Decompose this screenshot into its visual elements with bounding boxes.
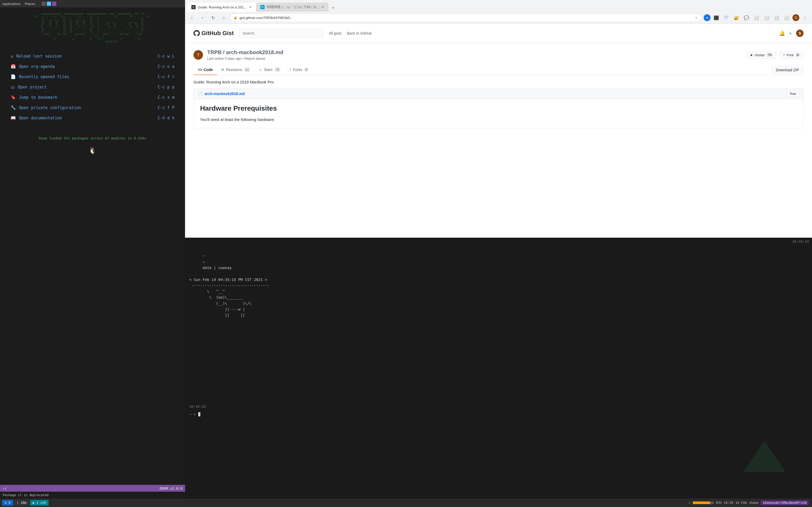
extension-5[interactable]: ⬜: [752, 13, 761, 22]
menu-project-shortcut: C-c p p: [158, 85, 174, 90]
applications-menu[interactable]: Applications: [2, 2, 20, 6]
gist-username[interactable]: TRPB: [207, 49, 221, 55]
unstar-label: Unstar: [755, 53, 765, 57]
fork-button[interactable]: ⑂ Fork 9: [779, 52, 804, 59]
tab-bilibili[interactable]: B 哔哩哔哩 (・`ω´・)つロ 千杯~::b... ✕: [256, 3, 328, 12]
menu-reload-shortcut: C-c w L: [158, 54, 174, 59]
menu-project-label: Open project: [18, 85, 158, 90]
emacs-mascot: 🐧: [0, 146, 185, 155]
stars-icon: ☆: [259, 68, 262, 72]
gist-filename-title[interactable]: arch-macbook2018.md: [226, 49, 283, 55]
content-heading: Hardware Prerequisites: [200, 104, 797, 112]
revisions-icon: ⟳: [221, 68, 224, 72]
gist-header-right: 🔔 ＋ S: [779, 30, 804, 37]
extension-1[interactable]: ⬛: [712, 13, 720, 22]
folder-icon: 🗂: [11, 84, 15, 90]
terminal-prompt-line: ~ > date | cowsay: [189, 247, 808, 277]
bell-icon[interactable]: 🔔: [779, 31, 785, 36]
raw-button[interactable]: Raw: [787, 91, 799, 97]
star-icon[interactable]: ☆: [695, 16, 698, 20]
revisions-count: 11: [244, 67, 250, 72]
tab-code[interactable]: <> Code: [194, 65, 217, 75]
browser-tabs: G Guide: Running Arch on a 201... ✕ B 哔哩…: [185, 0, 812, 12]
taskbar-item-2[interactable]: ↑ 10m: [14, 500, 29, 506]
tab-github-gist[interactable]: G Guide: Running Arch on a 201... ✕: [187, 3, 256, 12]
unstar-button[interactable]: ★ Unstar 74: [747, 52, 776, 59]
gist-file-header: 📄 arch-macbook2018.md Raw: [194, 89, 804, 99]
fork-icon: ⑂: [783, 53, 785, 57]
tab-close-2[interactable]: ✕: [321, 5, 324, 9]
tab-forks-label: Forks: [293, 68, 302, 72]
extension-8[interactable]: ⬜: [782, 13, 791, 22]
gist-user-avatar[interactable]: T: [194, 50, 203, 60]
terminal-arrow-2: >: [194, 412, 198, 416]
taskbar-icon-3[interactable]: [52, 2, 56, 6]
taskbar-icon-1[interactable]: [42, 2, 46, 6]
terminal-command: date | cowsay: [203, 266, 232, 270]
address-bar[interactable]: 🔒 gist.github.com/TRPB/437f663b5... ☆: [230, 13, 702, 22]
fork-label: Fork: [786, 53, 794, 57]
download-zip-button[interactable]: Download ZIP: [771, 66, 804, 74]
extensions-button[interactable]: ●: [704, 14, 711, 21]
gist-subtitle: Last active 3 days ago • Report abuse: [207, 57, 283, 60]
gist-description: Guide: Running Arch on a 2018 MacBook Pr…: [194, 80, 804, 84]
menu-org-agenda[interactable]: 📅 Open org-agenda C-c n a: [11, 64, 174, 69]
menu-recent-files[interactable]: 📄 Recently opened files C-c f r: [11, 74, 174, 79]
extension-3[interactable]: 🔐: [732, 13, 741, 22]
places-menu[interactable]: Places: [25, 2, 35, 6]
menu-project[interactable]: 🗂 Open project C-c p p: [11, 84, 174, 90]
taskbar-item-3[interactable]: ▶ 1 zsh: [30, 500, 49, 506]
tab-forks[interactable]: ⑂ Forks 9: [285, 65, 313, 75]
progress-bar-fill: [693, 501, 710, 504]
terminal-output-7: || ||: [189, 312, 808, 318]
tab-close-1[interactable]: ✕: [249, 5, 252, 9]
tab-revisions-label: Revisions: [226, 68, 242, 72]
back-button[interactable]: ‹: [188, 13, 196, 22]
terminal-body[interactable]: ~ > date | cowsay < Sun Feb 14 04:35:15 …: [185, 245, 812, 320]
menu-button[interactable]: ⋮: [801, 13, 809, 22]
tab-revisions[interactable]: ⟳ Revisions 11: [217, 65, 255, 75]
extension-6[interactable]: ⬜: [762, 13, 771, 22]
extension-7[interactable]: ⬜: [772, 13, 781, 22]
gist-logo-text: GitHub Gist: [201, 30, 234, 37]
menu-bookmark[interactable]: 🔖 Jump to bookmark C-c s m: [11, 95, 174, 100]
reload-icon: ↺: [11, 54, 13, 59]
user-avatar-browser[interactable]: S: [793, 14, 799, 21]
menu-bookmark-label: Jump to bookmark: [19, 95, 158, 100]
emacs-menu: ↺ Reload last session C-c w L 📅 Open org…: [0, 48, 185, 131]
all-gists-link[interactable]: All gists: [329, 31, 342, 36]
taskbar-item-1[interactable]: ⊕ 0: [2, 500, 13, 506]
gist-search-input[interactable]: [239, 29, 323, 38]
menu-reload[interactable]: ↺ Reload last session C-c w L: [11, 54, 174, 59]
home-button[interactable]: ⌂: [219, 13, 228, 22]
forward-button[interactable]: ›: [198, 13, 207, 22]
emacs-deprecation-notice: Package cl is deprecated: [0, 492, 185, 499]
gist-file-name[interactable]: arch-macbook2018.md: [205, 92, 245, 96]
new-tab-button[interactable]: +: [329, 4, 337, 12]
unstar-count: 74: [766, 53, 773, 57]
document-icon: 📄: [11, 74, 16, 79]
menu-config-shortcut: C-c f P: [158, 105, 174, 110]
terminal-output-6: ||----w |: [189, 306, 808, 312]
taskbar-time: 16:35: [724, 501, 733, 505]
reload-button[interactable]: ↻: [209, 13, 217, 22]
github-gist-logo[interactable]: GitHub Gist: [194, 30, 234, 37]
user-avatar-gist[interactable]: S: [796, 30, 804, 37]
menu-docs[interactable]: 📖 Open documentation C-h d h: [11, 115, 174, 120]
back-to-github-link[interactable]: Back to GitHub: [347, 31, 372, 36]
tab-favicon-1: G: [191, 5, 196, 9]
menu-recent-files-shortcut: C-c f r: [158, 74, 174, 79]
terminal-cursor-line: ~ >: [189, 412, 200, 417]
star-icon-action: ★: [750, 53, 753, 57]
plus-icon[interactable]: ＋: [788, 30, 793, 37]
calendar-icon: 📅: [11, 64, 16, 69]
menu-config[interactable]: 🔧 Open private configuration C-c f P: [11, 105, 174, 110]
tab-stars[interactable]: ☆ Stars 74: [255, 65, 285, 75]
gist-nav: All gists Back to GitHub: [329, 31, 372, 36]
extension-4[interactable]: 💬: [742, 13, 751, 22]
gist-slash: /: [223, 49, 226, 55]
extension-2[interactable]: 🛡: [722, 13, 730, 22]
taskbar-date: 14 Feb: [735, 501, 747, 505]
taskbar-left: ⊕ 0 ↑ 10m ▶ 1 zsh: [0, 500, 51, 506]
taskbar-icon-2[interactable]: [47, 2, 51, 6]
